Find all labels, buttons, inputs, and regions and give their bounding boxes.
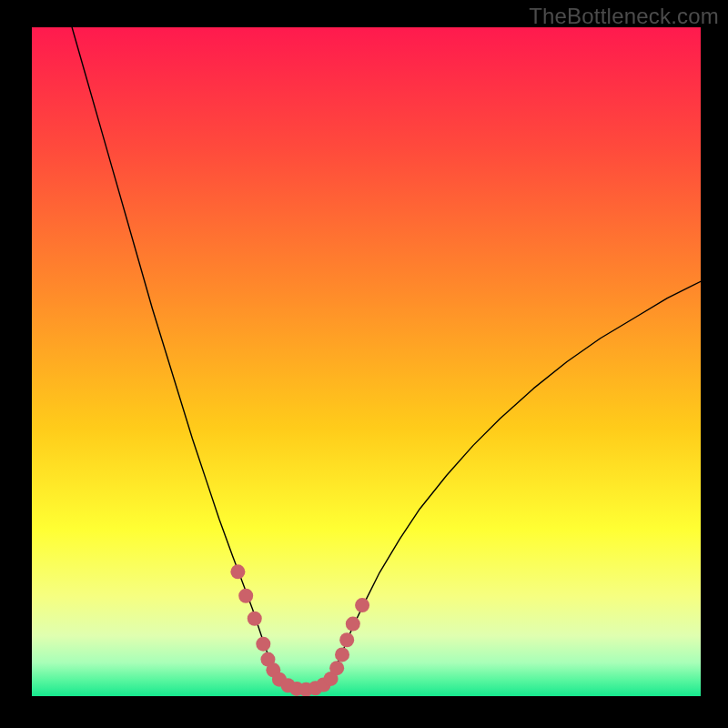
- gradient-rect: [32, 27, 701, 696]
- plot-area: [32, 27, 701, 696]
- data-marker: [256, 637, 270, 652]
- data-marker: [335, 647, 349, 662]
- data-marker: [329, 661, 344, 675]
- data-marker: [230, 564, 245, 579]
- watermark-text: TheBottleneck.com: [529, 4, 719, 29]
- data-marker: [248, 612, 262, 626]
- data-marker: [238, 589, 253, 603]
- data-marker: [346, 617, 360, 632]
- data-marker: [339, 632, 354, 647]
- chart-svg: [32, 27, 701, 696]
- data-marker: [355, 598, 369, 612]
- chart-frame: TheBottleneck.com: [0, 0, 728, 728]
